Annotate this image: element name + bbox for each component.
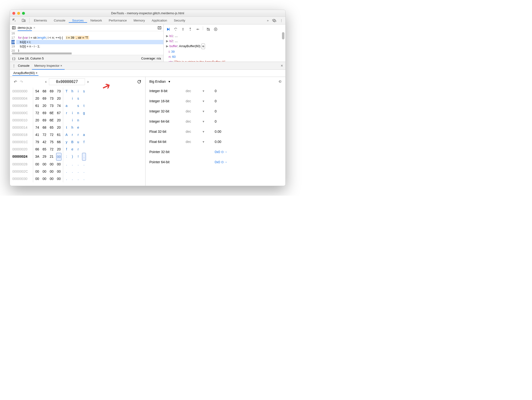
inspect-icon[interactable] [10, 18, 19, 23]
jump-icon[interactable]: ⊙→ [221, 150, 227, 154]
value-interpreter: Big Endian ▾ Integer 8-bitdec▾0Integer 1… [145, 77, 285, 186]
coverage-label: Coverage: n/a [141, 57, 161, 60]
nav-pane-icon[interactable] [12, 26, 16, 30]
pause-on-exceptions-icon[interactable] [214, 26, 218, 31]
device-icon[interactable] [19, 18, 28, 23]
close-drawer-icon[interactable]: × [281, 64, 283, 68]
hex-row[interactable]: 0000001474686520the [12, 124, 143, 131]
resume-icon[interactable] [166, 26, 170, 31]
svg-rect-0 [22, 19, 24, 22]
redo-icon[interactable]: ↷ [20, 80, 23, 84]
scope-row[interactable]: ▶b2: … [166, 38, 283, 44]
hex-viewer: ➔ ↶ ↷ ‹ 0x00000027 › 0000000054686973Thi… [10, 77, 145, 186]
address-input[interactable]: 0x00000027 [49, 78, 85, 85]
value-row: Pointer 64-bit0x0 ⊙→ [149, 157, 281, 167]
window-title: DevTools - memory-inspector.glitch.me/de… [10, 11, 285, 15]
memory-icon[interactable]: ⧉ [201, 44, 205, 49]
cursor-position: Line 18, Column 5 [18, 57, 44, 60]
kebab-icon[interactable]: ⋮ [12, 64, 15, 67]
tab-network[interactable]: Network [87, 19, 106, 22]
tab-security[interactable]: Security [170, 19, 189, 22]
hex-row[interactable]: 0000001020696E20 in [12, 117, 143, 124]
step-icon[interactable] [196, 26, 199, 31]
devtools-window: DevTools - memory-inspector.glitch.me/de… [10, 10, 286, 186]
memory-inspector-tab[interactable]: ArrayBuffer(60) × [12, 71, 38, 76]
value-row: Integer 64-bitdec▾0 [149, 116, 281, 126]
format-select[interactable]: dec [186, 109, 203, 113]
hex-row[interactable]: 0000000861207374a st [12, 102, 143, 109]
svg-rect-1 [24, 20, 25, 22]
titlebar: DevTools - memory-inspector.glitch.me/de… [10, 10, 285, 17]
hex-row[interactable]: 0000000C72696E67ring [12, 109, 143, 117]
close-icon[interactable]: × [36, 71, 38, 75]
drawer-tabs: ⋮ ConsoleMemory Inspector × × [10, 62, 285, 70]
source-file-tab[interactable]: demo-js.js [18, 26, 32, 31]
refresh-icon[interactable] [137, 80, 141, 84]
format-select[interactable]: dec [186, 119, 203, 123]
format-select[interactable]: dec [186, 140, 203, 144]
value-row: Integer 8-bitdec▾0 [149, 86, 281, 96]
value-row: Pointer 32-bit0x0 ⊙→ [149, 147, 281, 157]
svg-point-7 [190, 30, 191, 31]
hex-row[interactable]: 0000002C00000000.... [12, 168, 143, 175]
close-file-icon[interactable]: × [33, 26, 35, 30]
scope-panel: ▶b1: …▶b2: …▶buffer: ArrayBuffer(60)⧉ i:… [164, 24, 285, 62]
svg-rect-11 [216, 29, 216, 30]
undo-icon[interactable]: ↶ [14, 80, 17, 84]
tab-application[interactable]: Application [148, 19, 171, 22]
tab-sources[interactable]: Sources [69, 19, 87, 23]
format-select[interactable]: dec [186, 130, 203, 133]
drawer-tab-memory-inspector[interactable]: Memory Inspector × [32, 62, 65, 70]
step-into-icon[interactable] [181, 26, 185, 31]
prev-address-icon[interactable]: ‹ [45, 80, 46, 84]
settings-icon[interactable] [278, 79, 281, 83]
drawer-tab-console[interactable]: Console [15, 62, 32, 70]
tab-console[interactable]: Console [50, 19, 69, 22]
svg-point-5 [175, 30, 176, 30]
hex-row[interactable]: 0000001841727261Arra [12, 131, 143, 138]
vertical-scrollbar[interactable] [282, 32, 284, 39]
scope-row[interactable]: i: 39 [166, 49, 283, 54]
run-snippet-icon[interactable] [158, 26, 161, 30]
svg-point-6 [183, 30, 183, 31]
scope-row[interactable]: n: 60 [166, 54, 283, 59]
format-select[interactable]: dec [186, 99, 203, 103]
value-row: Integer 32-bitdec▾0 [149, 106, 281, 116]
endianness-select[interactable]: Big Endian ▾ [149, 80, 170, 83]
hex-row[interactable]: 0000002800000000.... [12, 161, 143, 168]
scope-row[interactable]: ▶buffer: ArrayBuffer(60)⧉ [166, 44, 283, 49]
code-editor[interactable]: 16171819202122 for (var i = str.length; … [10, 31, 163, 52]
svg-rect-4 [169, 28, 170, 31]
settings-icon[interactable] [272, 18, 276, 23]
horizontal-scrollbar[interactable] [12, 52, 161, 54]
close-icon[interactable]: × [60, 64, 62, 67]
step-out-icon[interactable] [188, 26, 192, 31]
svg-point-9 [214, 28, 217, 31]
svg-rect-10 [215, 29, 215, 30]
svg-rect-2 [12, 26, 15, 29]
hex-row[interactable]: 0000003000000000.... [12, 175, 143, 182]
hex-row[interactable]: 0000000054686973This [12, 88, 143, 95]
deactivate-breakpoints-icon[interactable] [206, 26, 210, 31]
svg-point-8 [198, 29, 199, 30]
value-row: Float 32-bitdec▾0.00 [149, 126, 281, 137]
scope-row[interactable]: ▶b1: … [166, 33, 283, 38]
hex-row[interactable]: 0000001C79427566yBuf [12, 138, 143, 146]
tab-performance[interactable]: Performance [105, 19, 130, 22]
scope-row[interactable]: str: "This is a string in the ArrayBuffe… [166, 59, 283, 62]
overflow-icon[interactable]: » [267, 19, 269, 22]
step-over-icon[interactable] [174, 26, 178, 31]
hex-row[interactable]: 000000243A292100:)!. [12, 153, 143, 161]
value-row: Integer 16-bitdec▾0 [149, 96, 281, 106]
tab-memory[interactable]: Memory [130, 19, 148, 22]
tab-elements[interactable]: Elements [30, 19, 50, 22]
format-select[interactable]: dec [186, 89, 203, 93]
next-address-icon[interactable]: › [87, 80, 89, 84]
jump-icon[interactable]: ⊙→ [221, 160, 227, 164]
kebab-icon[interactable]: ⋮ [280, 19, 283, 22]
pretty-print-icon[interactable]: { } [12, 57, 15, 60]
hex-row[interactable]: 0000000420697320 is [12, 95, 143, 102]
main-tabs: ElementsConsoleSourcesNetworkPerformance… [10, 17, 285, 24]
hex-row[interactable]: 0000002066657220fer [12, 146, 143, 153]
value-row: Float 64-bitdec▾0.00 [149, 137, 281, 147]
